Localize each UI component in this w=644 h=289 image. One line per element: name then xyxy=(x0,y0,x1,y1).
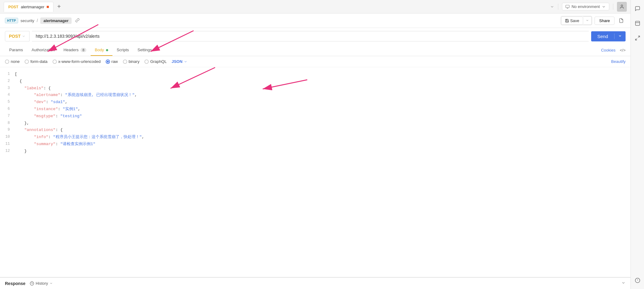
tab-dropdown-button[interactable] xyxy=(550,5,554,9)
panel-layout-icon[interactable] xyxy=(633,18,642,28)
radio-urlencoded[interactable] xyxy=(53,60,57,64)
radio-form-data[interactable] xyxy=(25,60,29,64)
line-num-2: 2 xyxy=(0,78,15,84)
right-sidebar xyxy=(630,0,644,289)
beautify-button[interactable]: Beautify xyxy=(611,59,626,64)
response-collapse-icon[interactable] xyxy=(621,281,626,285)
code-line-4: 4 "alertname": "系统连续崩溃, 已经出现雪崩状况！", xyxy=(0,92,630,99)
body-type-bar: none form-data x-www-form-urlencoded raw… xyxy=(0,56,630,67)
response-bar: Response History xyxy=(0,277,630,289)
code-line-12: 12 } xyxy=(0,148,630,155)
svg-point-10 xyxy=(621,5,622,6)
tab-scripts[interactable]: Scripts xyxy=(112,44,133,56)
line-num-1: 1 xyxy=(0,71,15,77)
tab-authorization[interactable]: Authorization xyxy=(27,44,59,56)
main-content: POST alertmanager + No environment HTTP … xyxy=(0,0,630,289)
tab-settings[interactable]: Settings xyxy=(133,44,156,56)
line-content-11: "summary": "请检查实例示例1" xyxy=(15,141,630,148)
radio-raw[interactable] xyxy=(106,60,110,64)
option-form-data[interactable]: form-data xyxy=(25,59,48,64)
breadcrumb-actions: Save Share xyxy=(561,16,626,25)
tab-body[interactable]: Body xyxy=(91,44,112,56)
breadcrumb-parent[interactable]: security xyxy=(21,18,34,23)
response-right xyxy=(621,281,626,286)
svg-rect-0 xyxy=(635,21,640,25)
breadcrumb-bar: HTTP security / alertmanager Save Share xyxy=(0,13,630,28)
link-icon[interactable] xyxy=(75,18,80,23)
json-type-selector[interactable]: JSON xyxy=(171,59,187,64)
tab-name-label: alertmanager xyxy=(21,5,45,9)
option-binary[interactable]: binary xyxy=(123,59,139,64)
send-dropdown-button[interactable] xyxy=(615,31,626,41)
history-label: History xyxy=(36,281,48,286)
resize-icon[interactable] xyxy=(633,33,642,43)
code-line-11: 11 "summary": "请检查实例示例1" xyxy=(0,141,630,148)
code-line-7: 7 "msgtype": "testing" xyxy=(0,113,630,120)
line-num-4: 4 xyxy=(0,92,15,98)
line-content-10: "info": "程序员小王提示您：这个系统雪崩了，快处理！", xyxy=(15,134,630,141)
save-button[interactable]: Save xyxy=(561,17,583,25)
tab-sep2 xyxy=(613,4,613,10)
line-num-10: 10 xyxy=(0,134,15,140)
line-content-6: "instance": "实例1", xyxy=(15,106,630,113)
line-content-5: "dev": "sda1", xyxy=(15,99,630,106)
tab-headers[interactable]: Headers 8 xyxy=(59,44,91,56)
tab-bar: POST alertmanager + No environment xyxy=(0,0,630,13)
line-content-1: [ xyxy=(15,71,630,78)
line-num-3: 3 xyxy=(0,85,15,91)
method-select[interactable]: POST xyxy=(5,31,29,41)
code-line-2: 2 { xyxy=(0,78,630,85)
request-tab[interactable]: POST alertmanager xyxy=(4,2,53,12)
option-none[interactable]: none xyxy=(5,59,20,64)
add-tab-button[interactable]: + xyxy=(55,2,63,11)
option-urlencoded[interactable]: x-www-form-urlencoded xyxy=(53,59,101,64)
code-editor[interactable]: 1 [ 2 { 3 "labels": { 4 "alertname": "系统… xyxy=(0,67,630,277)
code-line-3: 3 "labels": { xyxy=(0,85,630,92)
comment-icon[interactable] xyxy=(633,4,642,13)
save-label: Save xyxy=(570,18,579,23)
option-graphql[interactable]: GraphQL xyxy=(144,59,167,64)
line-num-6: 6 xyxy=(0,106,15,112)
code-line-5: 5 "dev": "sda1", xyxy=(0,99,630,106)
send-button-group: Send xyxy=(591,31,626,41)
tab-params[interactable]: Params xyxy=(5,44,27,56)
tab-unsaved-dot xyxy=(47,6,49,8)
svg-line-3 xyxy=(635,39,637,40)
code-line-6: 6 "instance": "实例1", xyxy=(0,106,630,113)
line-content-7: "msgtype": "testing" xyxy=(15,113,630,120)
env-label: No environment xyxy=(571,4,600,9)
env-selector[interactable]: No environment xyxy=(562,3,609,10)
body-active-dot xyxy=(106,49,108,51)
save-dropdown-button[interactable] xyxy=(583,16,592,25)
radio-graphql[interactable] xyxy=(144,60,149,64)
line-content-8: }, xyxy=(15,120,630,127)
code-line-9: 9 "annotations": { xyxy=(0,127,630,134)
code-line-8: 8 }, xyxy=(0,120,630,127)
code-line-1: 1 [ xyxy=(0,71,630,78)
info-icon[interactable] xyxy=(633,276,642,285)
option-raw[interactable]: raw xyxy=(106,59,118,64)
send-button[interactable]: Send xyxy=(591,31,614,41)
save-button-group[interactable]: Save xyxy=(561,16,592,25)
radio-none[interactable] xyxy=(5,60,9,64)
response-label: Response xyxy=(5,281,26,286)
method-label: POST xyxy=(9,34,21,39)
cookies-button[interactable]: Cookies xyxy=(601,48,615,52)
tab-separator xyxy=(558,4,558,10)
line-content-12: } xyxy=(15,148,630,155)
radio-binary[interactable] xyxy=(123,60,127,64)
code-snippet-button[interactable]: </> xyxy=(620,48,626,52)
send-label: Send xyxy=(597,34,608,39)
url-input[interactable] xyxy=(32,31,589,41)
line-num-12: 12 xyxy=(0,148,15,154)
line-num-8: 8 xyxy=(0,120,15,126)
doc-icon[interactable] xyxy=(617,16,626,25)
history-button[interactable]: History xyxy=(30,281,53,286)
code-line-10: 10 "info": "程序员小王提示您：这个系统雪崩了，快处理！", xyxy=(0,134,630,141)
tab-right-actions: Cookies </> xyxy=(601,48,626,52)
share-button[interactable]: Share xyxy=(595,17,615,25)
avatar-button[interactable] xyxy=(617,2,627,12)
line-content-2: { xyxy=(15,78,630,85)
request-tabs: Params Authorization Headers 8 Body Scri… xyxy=(0,44,630,56)
line-content-9: "annotations": { xyxy=(15,127,630,133)
